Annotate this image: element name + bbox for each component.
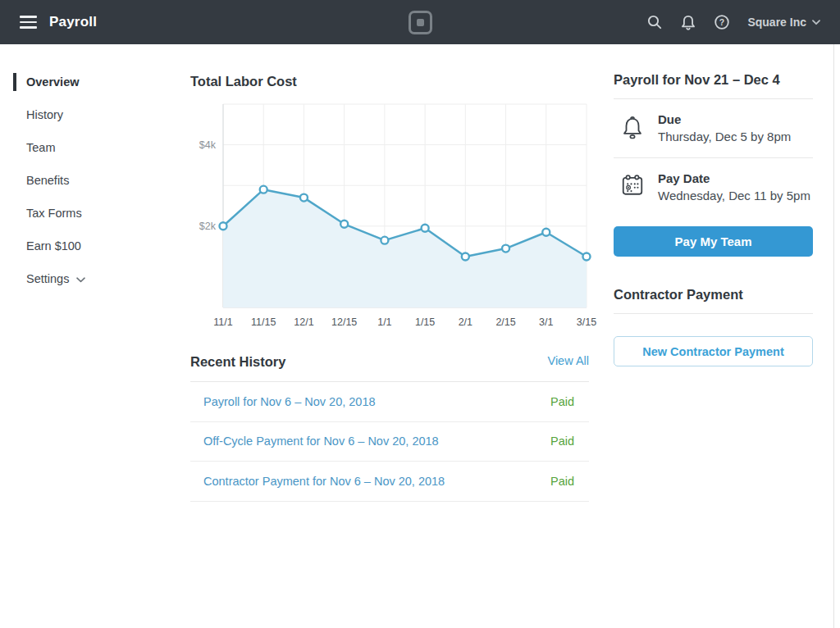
history-row: Off-Cycle Payment for Nov 6 – Nov 20, 20…: [190, 422, 589, 462]
status-badge: Paid: [550, 395, 574, 408]
due-label: Due: [658, 112, 791, 126]
svg-text:1/1: 1/1: [377, 316, 391, 328]
square-logo-icon: [409, 11, 432, 34]
sidebar-item-team[interactable]: Team: [0, 131, 190, 164]
account-menu[interactable]: Square Inc: [747, 16, 820, 29]
pay-date-row: Pay Date Wednesday, Dec 11 by 5pm: [614, 158, 813, 216]
new-contractor-payment-button[interactable]: New Contractor Payment: [614, 336, 813, 366]
sidebar-item-benefits[interactable]: Benefits: [0, 164, 190, 197]
menu-icon[interactable]: [20, 12, 37, 32]
svg-text:$2k: $2k: [199, 221, 217, 232]
svg-text:1/15: 1/15: [415, 316, 435, 328]
due-row: Due Thursday, Dec 5 by 8pm: [614, 99, 813, 158]
sidebar-item-earn-100[interactable]: Earn $100: [0, 230, 190, 262]
history-row: Contractor Payment for Nov 6 – Nov 20, 2…: [190, 462, 589, 502]
svg-text:$4k: $4k: [199, 139, 217, 151]
app-title: Payroll: [49, 14, 97, 30]
chart-title: Total Labor Cost: [190, 74, 297, 89]
bell-icon: [614, 112, 658, 145]
history-row-link[interactable]: Off-Cycle Payment for Nov 6 – Nov 20, 20…: [203, 435, 439, 448]
pay-date-label: Pay Date: [658, 171, 810, 185]
active-indicator: [13, 73, 16, 91]
svg-text:2/1: 2/1: [459, 316, 472, 328]
pay-my-team-button[interactable]: Pay My Team: [614, 226, 813, 257]
sidebar-item-history[interactable]: History: [0, 98, 190, 131]
sidebar-item-settings[interactable]: Settings: [0, 262, 190, 295]
content-right-border: [833, 44, 834, 628]
calendar-icon: [614, 171, 658, 204]
contractor-payment-title: Contractor Payment: [614, 287, 813, 314]
view-all-link[interactable]: View All: [547, 354, 589, 367]
chevron-down-icon: [812, 20, 820, 25]
account-label: Square Inc: [747, 16, 806, 29]
history-row-link[interactable]: Contractor Payment for Nov 6 – Nov 20, 2…: [203, 475, 445, 488]
upcoming-payroll-panel: Payroll for Nov 21 – Dec 4 Due Thursday,…: [614, 72, 813, 366]
payroll-period-title: Payroll for Nov 21 – Dec 4: [614, 72, 813, 99]
svg-text:3/1: 3/1: [539, 316, 553, 328]
recent-history-section: Recent History View All Payroll for Nov …: [190, 354, 589, 502]
svg-text:12/1: 12/1: [294, 316, 313, 328]
recent-history-title: Recent History: [190, 354, 285, 370]
pay-date-value: Wednesday, Dec 11 by 5pm: [658, 188, 810, 204]
svg-text:11/15: 11/15: [251, 316, 276, 328]
history-row: Payroll for Nov 6 – Nov 20, 2018 Paid: [190, 382, 589, 422]
sidebar-item-overview[interactable]: Overview: [0, 66, 190, 98]
notifications-bell-icon[interactable]: [680, 14, 696, 31]
chevron-down-icon: [76, 277, 85, 283]
help-icon[interactable]: ?: [714, 14, 730, 30]
status-badge: Paid: [550, 475, 574, 488]
labor-cost-line-chart: $2k$4k11/111/1512/112/151/11/152/12/153/…: [190, 94, 600, 332]
svg-text:?: ?: [719, 17, 724, 27]
sidebar-nav: Overview History Team Benefits Tax Forms…: [0, 44, 190, 295]
top-nav-bar: Payroll ? Square Inc: [0, 0, 840, 44]
status-badge: Paid: [550, 435, 574, 448]
svg-text:3/15: 3/15: [577, 316, 596, 328]
sidebar-item-tax-forms[interactable]: Tax Forms: [0, 197, 190, 230]
due-value: Thursday, Dec 5 by 8pm: [658, 129, 791, 145]
search-icon[interactable]: [646, 14, 663, 30]
history-row-link[interactable]: Payroll for Nov 6 – Nov 20, 2018: [203, 395, 376, 408]
svg-text:2/15: 2/15: [495, 316, 515, 328]
svg-text:11/1: 11/1: [213, 316, 232, 328]
svg-text:12/15: 12/15: [331, 316, 357, 328]
